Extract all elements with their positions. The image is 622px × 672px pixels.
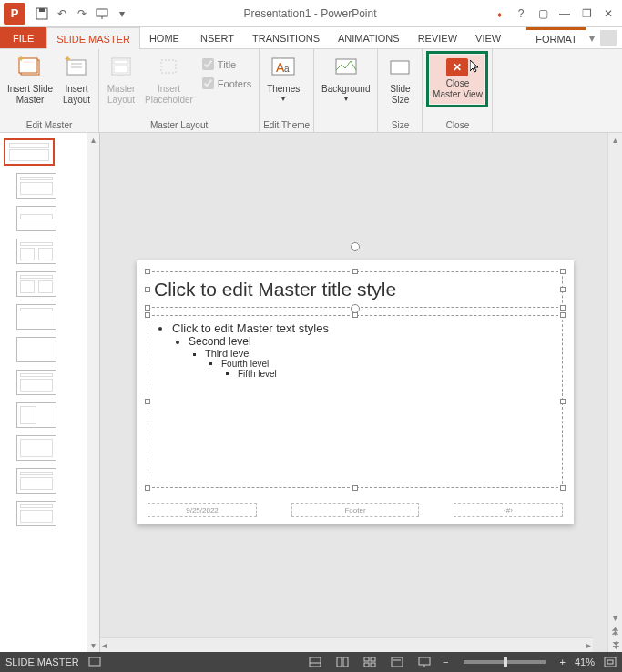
- ribbon-tabs: FILE SLIDE MASTER HOME INSERT TRANSITION…: [0, 27, 622, 49]
- zoom-slider[interactable]: [464, 660, 546, 664]
- insert-layout-icon: ✦: [62, 53, 91, 82]
- svg-rect-31: [392, 657, 403, 667]
- scroll-up-icon[interactable]: ▴: [611, 133, 619, 147]
- prev-slide-icon[interactable]: ⯭: [609, 625, 622, 638]
- ribbon-display-button[interactable]: ▢: [533, 5, 553, 23]
- title-checkbox-row[interactable]: Title: [199, 56, 255, 72]
- footers-checkbox-row[interactable]: Footers: [199, 76, 255, 91]
- thumbnail-layout[interactable]: [16, 271, 56, 297]
- language-icon[interactable]: [88, 657, 101, 667]
- tab-transitions[interactable]: TRANSITIONS: [243, 27, 329, 48]
- thumbnail-layout[interactable]: [16, 337, 56, 362]
- thumbnail-scrollbar[interactable]: ▴ ▾: [87, 133, 99, 652]
- notes-button[interactable]: [306, 656, 324, 668]
- tab-animations[interactable]: ANIMATIONS: [329, 27, 409, 48]
- thumbnail-layout[interactable]: [16, 402, 56, 428]
- themes-button[interactable]: Aa Themes ▾: [263, 51, 303, 106]
- tab-file[interactable]: FILE: [0, 27, 46, 48]
- horizontal-scrollbar[interactable]: ◂ ▸: [100, 637, 593, 652]
- zoom-in-button[interactable]: +: [560, 657, 566, 667]
- slide-size-icon: [385, 53, 414, 82]
- group-master-layout-label: Master Layout: [103, 119, 255, 132]
- help-icon[interactable]: ⬥: [489, 5, 509, 23]
- tab-home[interactable]: HOME: [140, 27, 189, 48]
- slideshow-view-button[interactable]: [415, 656, 433, 668]
- tab-review[interactable]: REVIEW: [409, 27, 466, 48]
- slide-number-placeholder[interactable]: ‹#›: [454, 503, 563, 517]
- fit-to-window-button[interactable]: [604, 657, 617, 667]
- svg-rect-28: [371, 657, 375, 661]
- thumbnail-layout[interactable]: [16, 206, 56, 231]
- insert-layout-button[interactable]: ✦ Insert Layout: [58, 51, 95, 107]
- background-button[interactable]: Background ▾: [318, 51, 373, 106]
- group-close-label: Close: [426, 119, 488, 132]
- scroll-up-icon[interactable]: ▴: [89, 133, 97, 147]
- body-level-2: Second level: [189, 335, 251, 348]
- footers-checkbox-label: Footers: [218, 78, 251, 89]
- ribbon: ✦ Insert Slide Master ✦ Insert Layout Ed…: [0, 49, 622, 133]
- vertical-scrollbar[interactable]: ▴ ▾ ⯭ ⯯: [607, 133, 622, 652]
- reading-view-button[interactable]: [388, 656, 406, 668]
- thumbnail-master[interactable]: 1: [4, 138, 55, 166]
- thumbnail-layout[interactable]: [16, 468, 56, 494]
- insert-slide-master-button[interactable]: ✦ Insert Slide Master: [4, 51, 56, 107]
- help-button[interactable]: ?: [511, 5, 531, 23]
- normal-view-button[interactable]: [333, 656, 352, 668]
- slide-master-preview[interactable]: Click to edit Master title style Click t…: [137, 260, 574, 524]
- slide-size-button[interactable]: Slide Size: [382, 51, 418, 107]
- zoom-level[interactable]: 41%: [575, 657, 595, 667]
- footer-text: Footer: [344, 506, 365, 514]
- thumbnail-layout[interactable]: [16, 370, 56, 395]
- close-master-view-button[interactable]: ✕ Close Master View: [430, 55, 484, 104]
- insert-placeholder-icon: [154, 53, 183, 82]
- zoom-slider-thumb[interactable]: [504, 657, 507, 667]
- save-button[interactable]: [33, 5, 51, 23]
- scroll-down-icon[interactable]: ▾: [89, 638, 97, 652]
- start-slideshow-button[interactable]: [93, 5, 111, 23]
- collapse-ribbon-button[interactable]: ▾: [589, 32, 595, 45]
- date-placeholder[interactable]: 9/25/2022: [148, 503, 257, 517]
- thumbnail-layout[interactable]: [16, 435, 56, 461]
- redo-button[interactable]: ↷: [73, 5, 91, 23]
- tab-insert[interactable]: INSERT: [189, 27, 243, 48]
- qat-more-button[interactable]: ▾: [113, 5, 131, 23]
- zoom-out-button[interactable]: −: [443, 657, 448, 667]
- dropdown-icon: ▾: [344, 95, 348, 104]
- svg-rect-26: [343, 657, 348, 667]
- tab-slide-master[interactable]: SLIDE MASTER: [46, 27, 140, 49]
- account-icon[interactable]: [600, 30, 617, 46]
- sorter-view-button[interactable]: [361, 656, 379, 668]
- slide-canvas[interactable]: Click to edit Master title style Click t…: [100, 133, 607, 652]
- title-checkbox: [202, 58, 214, 70]
- close-icon: ✕: [446, 58, 468, 76]
- group-size: Slide Size Size: [378, 49, 423, 132]
- scroll-down-icon[interactable]: ▾: [611, 611, 619, 625]
- svg-rect-1: [39, 8, 45, 12]
- thumbnail-layout[interactable]: [16, 304, 56, 330]
- scroll-left-icon[interactable]: ◂: [100, 638, 108, 652]
- undo-button[interactable]: ↶: [53, 5, 71, 23]
- next-slide-icon[interactable]: ⯯: [609, 638, 622, 652]
- thumbnail-layout[interactable]: [16, 173, 56, 199]
- tab-format[interactable]: FORMAT: [526, 27, 586, 48]
- insert-slide-master-label: Insert Slide Master: [7, 84, 53, 106]
- title-placeholder[interactable]: Click to edit Master title style: [148, 271, 563, 308]
- body-level-4: Fourth level: [221, 359, 269, 369]
- dropdown-icon: ▾: [281, 95, 285, 104]
- quick-access-toolbar: ↶ ↷ ▾: [33, 5, 131, 23]
- close-window-button[interactable]: ✕: [598, 5, 618, 23]
- scroll-right-icon[interactable]: ▸: [585, 638, 593, 652]
- body-placeholder[interactable]: Click to edit Master text styles Second …: [148, 315, 563, 488]
- group-edit-master-label: Edit Master: [4, 119, 95, 132]
- footer-placeholder[interactable]: Footer: [291, 503, 419, 517]
- tab-view[interactable]: VIEW: [466, 27, 510, 48]
- thumbnail-layout[interactable]: [16, 501, 56, 526]
- thumbnail-list[interactable]: 1: [0, 133, 87, 652]
- svg-rect-30: [371, 663, 375, 667]
- minimize-button[interactable]: —: [555, 5, 575, 23]
- thumbnail-layout[interactable]: [16, 239, 56, 264]
- insert-placeholder-label: Insert Placeholder: [145, 84, 193, 106]
- svg-rect-2: [97, 9, 107, 16]
- restore-button[interactable]: ❐: [576, 5, 597, 23]
- rotate-handle-icon[interactable]: [351, 242, 360, 251]
